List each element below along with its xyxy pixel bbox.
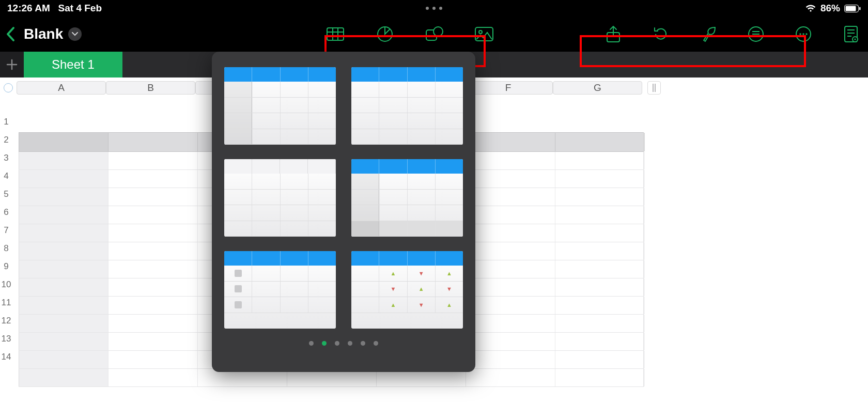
col-header[interactable]: A: [17, 81, 106, 95]
table-styles-popover: ▲▼▲ ▼▲▼ ▲▼▲: [212, 52, 475, 372]
toolbar: Blank: [0, 17, 868, 52]
table-style-option[interactable]: ▲▼▲ ▼▲▼ ▲▼▲: [351, 251, 463, 329]
page-dot[interactable]: [348, 341, 352, 346]
chevron-down-icon[interactable]: [68, 27, 82, 41]
page-dot[interactable]: [322, 341, 327, 346]
page-dot[interactable]: [374, 341, 378, 346]
battery-icon: [844, 5, 861, 12]
handle-icon: [653, 84, 656, 92]
svg-point-12: [479, 30, 482, 34]
row-header[interactable]: 3: [0, 149, 12, 167]
row-header[interactable]: 2: [0, 131, 12, 149]
row-header[interactable]: 8: [0, 239, 12, 257]
document-title-text: Blank: [24, 26, 63, 42]
svg-point-27: [855, 39, 856, 40]
sheet-tab-active[interactable]: Sheet 1: [24, 52, 122, 77]
row-header[interactable]: 5: [0, 185, 12, 203]
page-dot[interactable]: [309, 341, 314, 346]
row-header[interactable]: 4: [0, 167, 12, 185]
status-date: Sat 4 Feb: [58, 3, 102, 13]
status-time: 12:26 AM: [7, 3, 50, 13]
svg-rect-0: [845, 5, 859, 12]
battery-pct: 86%: [820, 3, 840, 14]
table-style-option[interactable]: [351, 67, 463, 145]
row-header[interactable]: 11: [0, 293, 12, 312]
page-dot[interactable]: [361, 341, 365, 346]
table-style-option[interactable]: [351, 159, 463, 237]
row-header[interactable]: 14: [0, 348, 12, 366]
status-left: 12:26 AM Sat 4 Feb: [7, 3, 102, 14]
page-dots[interactable]: [224, 341, 463, 346]
row-header[interactable]: 10: [0, 275, 12, 293]
table-style-option[interactable]: [224, 67, 336, 145]
table-style-grid: ▲▼▲ ▼▲▼ ▲▼▲: [224, 67, 463, 329]
row-header[interactable]: 7: [0, 221, 12, 239]
table-style-option[interactable]: [224, 159, 336, 237]
document-settings-icon: [844, 25, 858, 43]
document-title[interactable]: Blank: [24, 26, 82, 42]
row-header[interactable]: 9: [0, 257, 12, 275]
back-button[interactable]: [0, 24, 21, 44]
status-right: 86%: [805, 3, 861, 14]
document-settings-button[interactable]: [840, 23, 862, 45]
row-headers: 1 2 3 4 5 6 7 8 9 10 11 12 13 14: [0, 101, 12, 419]
add-column-handle[interactable]: [647, 81, 661, 95]
multitask-dots: [426, 7, 442, 10]
table-corner-handle[interactable]: [0, 77, 17, 98]
wifi-icon: [805, 4, 816, 12]
svg-rect-29: [655, 84, 656, 92]
col-header[interactable]: B: [106, 81, 195, 95]
sheet-tab-label: Sheet 1: [52, 57, 95, 72]
svg-rect-2: [859, 7, 861, 10]
row-header[interactable]: 13: [0, 330, 12, 348]
svg-rect-28: [653, 84, 654, 92]
col-header[interactable]: G: [553, 81, 642, 95]
highlight-box-tools: [580, 35, 806, 67]
add-sheet-button[interactable]: [0, 52, 24, 77]
table-style-option[interactable]: [224, 251, 336, 329]
row-header[interactable]: 6: [0, 203, 12, 221]
svg-rect-1: [846, 6, 856, 11]
status-bar: 12:26 AM Sat 4 Feb 86%: [0, 0, 868, 17]
col-header[interactable]: F: [463, 81, 553, 95]
page-dot[interactable]: [335, 341, 339, 346]
plus-icon: [6, 58, 18, 71]
row-header[interactable]: 12: [0, 312, 12, 330]
row-header[interactable]: 1: [0, 113, 12, 131]
